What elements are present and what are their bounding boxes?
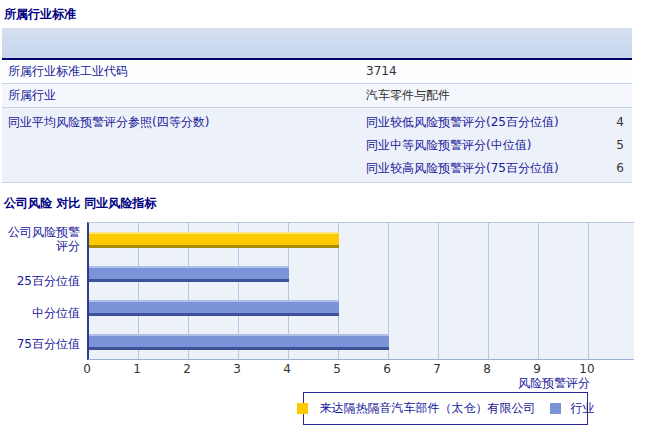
row-label: 所属行业标准工业代码 — [2, 60, 366, 83]
row-label: 所属行业 — [2, 84, 366, 107]
legend-label-industry: 行业 — [571, 400, 595, 417]
bar-industry — [89, 300, 339, 316]
report-page: 所属行业标准 所属行业标准工业代码 3714 所属行业 汽车零件与配件 同业平均… — [0, 0, 658, 429]
x-tick-label: 8 — [472, 362, 502, 376]
subrow-label: 同业中等风险预警评分(中位值) — [366, 134, 584, 157]
peer-score-subrows: 同业较低风险预警评分(25百分位值) 4 同业中等风险预警评分(中位值) 5 同… — [366, 111, 632, 180]
legend-swatch-industry — [550, 403, 561, 414]
chart-plot-area — [87, 222, 634, 360]
subrow-median: 同业中等风险预警评分(中位值) 5 — [366, 134, 632, 157]
bar-industry — [89, 266, 289, 282]
x-tick-label: 1 — [122, 362, 152, 376]
table-header-band — [2, 28, 632, 60]
y-axis-label-25th-percentile: 25百分位值 — [0, 274, 80, 288]
gridline — [488, 223, 489, 359]
x-tick-label: 5 — [322, 362, 352, 376]
bar-company — [89, 232, 339, 248]
x-tick-label: 9 — [522, 362, 552, 376]
x-tick-label: 10 — [572, 362, 602, 376]
chart-legend: 来达隔热隔音汽车部件（太仓）有限公司 行业 — [303, 392, 588, 425]
row-label: 同业平均风险预警评分参照(四等分数) — [2, 111, 366, 134]
gridline — [438, 223, 439, 359]
x-axis-ticks: 012345678910 — [87, 362, 632, 376]
table-row-industry-code: 所属行业标准工业代码 3714 — [2, 60, 632, 84]
subrow-label: 同业较低风险预警评分(25百分位值) — [366, 111, 584, 134]
row-value: 3714 — [366, 60, 632, 83]
subrow-75th-percentile: 同业较高风险预警评分(75百分位值) 6 — [366, 157, 632, 180]
x-tick-label: 2 — [172, 362, 202, 376]
x-tick-label: 0 — [72, 362, 102, 376]
x-tick-label: 3 — [222, 362, 252, 376]
section-title-industry-standard: 所属行业标准 — [4, 6, 76, 23]
legend-swatch-company — [297, 403, 308, 414]
table-row-industry: 所属行业 汽车零件与配件 — [2, 84, 632, 108]
legend-label-company: 来达隔热隔音汽车部件（太仓）有限公司 — [320, 400, 536, 417]
section-title-risk-comparison: 公司风险 对比 同业风险指标 — [4, 195, 156, 212]
subrow-value: 6 — [584, 157, 632, 180]
x-tick-label: 7 — [422, 362, 452, 376]
subrow-25th-percentile: 同业较低风险预警评分(25百分位值) 4 — [366, 111, 632, 134]
subrow-value: 5 — [584, 134, 632, 157]
row-value: 汽车零件与配件 — [366, 84, 632, 107]
y-axis-label-median: 中分位值 — [0, 306, 80, 320]
x-axis-title: 风险预警评分 — [480, 375, 590, 392]
subrow-value: 4 — [584, 111, 632, 134]
x-tick-label: 4 — [272, 362, 302, 376]
table-row-peer-scores: 同业平均风险预警评分参照(四等分数) 同业较低风险预警评分(25百分位值) 4 … — [2, 108, 632, 183]
gridline — [538, 223, 539, 359]
subrow-label: 同业较高风险预警评分(75百分位值) — [366, 157, 584, 180]
bar-industry — [89, 334, 389, 350]
y-axis-label-company-score: 公司风险预警评分 — [0, 225, 80, 253]
industry-standard-table: 所属行业标准工业代码 3714 所属行业 汽车零件与配件 同业平均风险预警评分参… — [2, 28, 632, 183]
x-tick-label: 6 — [372, 362, 402, 376]
gridline — [588, 223, 589, 359]
y-axis-label-75th-percentile: 75百分位值 — [0, 337, 80, 351]
